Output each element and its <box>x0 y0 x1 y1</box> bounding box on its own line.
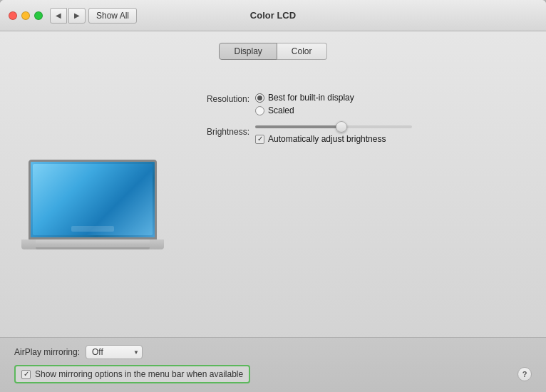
tab-display[interactable]: Display <box>219 43 277 60</box>
resolution-scaled-label: Scaled <box>268 105 294 115</box>
main-window: ◀ ▶ Show All Color LCD Display Color <box>0 0 546 392</box>
brightness-row: Brightness: ✓ Automatically adjust brigh… <box>185 125 532 144</box>
forward-button[interactable]: ▶ <box>68 8 86 24</box>
slider-container <box>255 125 412 128</box>
settings-area: Resolution: Best for built-in display Sc… <box>185 78 532 330</box>
content-area: Display Color Resolution: <box>0 31 546 337</box>
resolution-scaled-row: Scaled <box>255 105 354 115</box>
brightness-slider-track[interactable] <box>255 125 412 128</box>
resolution-best-radio[interactable] <box>255 93 264 103</box>
auto-brightness-checkbox[interactable]: ✓ <box>255 135 264 144</box>
resolution-scaled-radio[interactable] <box>255 106 264 115</box>
brightness-label: Brightness: <box>185 125 249 137</box>
airplay-dropdown[interactable]: Off On <box>86 345 143 359</box>
display-panel: Resolution: Best for built-in display Sc… <box>14 71 532 337</box>
window-title: Color LCD <box>250 10 296 21</box>
auto-brightness-label: Automatically adjust brightness <box>268 134 386 144</box>
bottom-section: AirPlay mirroring: Off On ▼ ✓ Show mirro… <box>0 337 546 392</box>
brightness-slider-thumb[interactable] <box>336 121 347 133</box>
tab-bar: Display Color <box>14 43 532 60</box>
checkmark-icon: ✓ <box>257 135 263 143</box>
tab-color[interactable]: Color <box>277 43 327 60</box>
airplay-dropdown-wrapper: Off On ▼ <box>86 345 143 359</box>
brightness-controls: ✓ Automatically adjust brightness <box>255 125 412 144</box>
macbook-illustration <box>21 160 164 249</box>
resolution-row: Resolution: Best for built-in display Sc… <box>185 93 532 115</box>
mirror-option-label: Show mirroring options in the menu bar w… <box>35 369 243 379</box>
airplay-row: AirPlay mirroring: Off On ▼ <box>14 345 532 359</box>
close-button[interactable] <box>9 11 17 20</box>
resolution-controls: Best for built-in display Scaled <box>255 93 354 115</box>
resolution-best-row: Best for built-in display <box>255 93 354 103</box>
resolution-best-label: Best for built-in display <box>268 93 354 103</box>
resolution-label: Resolution: <box>185 93 249 104</box>
show-all-button[interactable]: Show All <box>88 8 137 24</box>
airplay-label: AirPlay mirroring: <box>14 347 80 357</box>
title-bar: ◀ ▶ Show All Color LCD <box>0 0 546 31</box>
minimize-button[interactable] <box>21 11 30 20</box>
laptop-image-area <box>14 78 171 330</box>
nav-buttons: ◀ ▶ <box>50 8 86 24</box>
macbook-keyboard <box>36 239 150 244</box>
traffic-lights <box>9 11 43 20</box>
mirror-option-row: ✓ Show mirroring options in the menu bar… <box>14 365 250 383</box>
help-button[interactable]: ? <box>517 367 532 381</box>
auto-brightness-row: ✓ Automatically adjust brightness <box>255 134 412 144</box>
radio-dot <box>257 96 262 100</box>
mirror-checkmark-icon: ✓ <box>24 371 29 378</box>
macbook-base <box>21 239 164 249</box>
macbook-screen <box>29 160 157 239</box>
mirror-checkbox[interactable]: ✓ <box>21 370 31 379</box>
back-button[interactable]: ◀ <box>50 8 67 24</box>
maximize-button[interactable] <box>34 11 43 20</box>
